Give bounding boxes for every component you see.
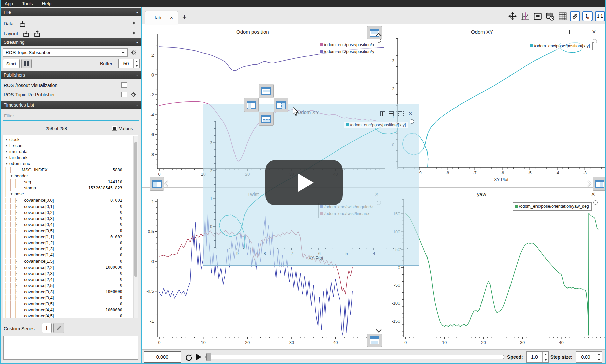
tree-row[interactable]: ││├ covariance[2,4] 0 xyxy=(3,276,138,282)
section-header-publishers[interactable]: Publishers - xyxy=(1,71,141,79)
tree-row[interactable]: ││├ covariance[3,5] 0 xyxy=(3,301,138,307)
tree-row[interactable]: ││├ covariance[0,0] 0.002 xyxy=(3,197,138,203)
tree-row[interactable]: ││├ covariance[1,1] 0.002 xyxy=(3,234,138,240)
tree-row[interactable]: ││├ covariance[0,5] 0 xyxy=(3,228,138,234)
section-header-file[interactable]: File - xyxy=(1,8,141,16)
legend-anchor-circle[interactable] xyxy=(593,39,597,43)
tree-row[interactable]: ││├ covariance[2,3] 0 xyxy=(3,270,138,276)
split-horizontal-icon[interactable] xyxy=(380,111,385,116)
time-offset-button[interactable]: to xyxy=(582,11,593,21)
step-size-spinbox[interactable]: 0,00 xyxy=(576,351,602,363)
loop-icon[interactable] xyxy=(184,353,193,362)
tree-row[interactable]: ▸ f_scan xyxy=(3,142,138,148)
tree-row[interactable]: │ ▾ pose xyxy=(3,191,138,197)
tree-expander-icon[interactable]: ▾ xyxy=(9,192,14,196)
dock-edge-right-indicator[interactable] xyxy=(593,177,606,191)
legend-anchor-circle[interactable] xyxy=(593,200,598,205)
menu-item[interactable]: Tools xyxy=(22,1,33,6)
odom-position-legend[interactable]: /odom_enc/pose/position/x/odom_enc/pose/… xyxy=(318,41,377,56)
tree-row[interactable]: ││├ covariance[0,1] 0 xyxy=(3,203,138,209)
tree-scrollbar[interactable] xyxy=(133,136,138,318)
edit-custom-series-button[interactable] xyxy=(53,323,64,333)
pause-button[interactable] xyxy=(21,59,32,68)
data-expand-arrow-icon[interactable] xyxy=(133,21,135,25)
menu-item[interactable]: Help xyxy=(42,1,52,6)
tree-row[interactable]: ││├ covariance[1,3] 0 xyxy=(3,246,138,252)
collapse-icon[interactable]: - xyxy=(136,39,138,45)
tree-row[interactable]: ││├ covariance[0,4] 0 xyxy=(3,221,138,228)
yaw-plot[interactable]: 010203040150100500-50-100-150 xyxy=(387,187,606,349)
streaming-gear-icon[interactable] xyxy=(130,49,137,56)
tree-row[interactable]: ▸ clock xyxy=(3,136,138,142)
tree-row[interactable]: ││├ seq 144110 xyxy=(3,179,138,185)
collapse-icon[interactable]: - xyxy=(136,72,138,78)
tree-row[interactable]: │├ _MSG_INDEX_ 5880 xyxy=(3,166,138,173)
add-custom-series-button[interactable]: + xyxy=(42,323,52,333)
grid-view-icon[interactable] xyxy=(557,11,568,21)
load-data-icon[interactable] xyxy=(18,20,27,28)
close-plot-icon[interactable]: × xyxy=(408,110,412,117)
tree-row[interactable]: ││├ covariance[0,3] 0 xyxy=(3,215,138,221)
tree-row[interactable]: ▾ odom_enc xyxy=(3,160,138,166)
tree-row[interactable]: ││├ covariance[1,5] 0 xyxy=(3,258,138,264)
speed-spinbox[interactable]: 1,0 xyxy=(526,351,549,363)
rosout-checkbox[interactable] xyxy=(121,82,127,88)
legend-entry[interactable]: /odom_enc/pose/position/[x;y] xyxy=(530,42,590,49)
republisher-gear-icon[interactable] xyxy=(130,91,137,98)
tree-expander-icon[interactable]: ▸ xyxy=(4,150,9,153)
buffer-spinbox[interactable]: 50 xyxy=(118,59,140,68)
streaming-source-select[interactable]: ROS Topic Subscriber xyxy=(3,48,128,57)
legend-entry[interactable]: /odom_enc/pose/position/[x;y] xyxy=(346,123,406,127)
tab-active[interactable]: tab × xyxy=(145,11,178,25)
list-view-icon[interactable] xyxy=(532,11,543,21)
tree-expander-icon[interactable]: ▾ xyxy=(4,162,9,165)
tree-row[interactable]: ││├ covariance[3,3] 1000000 xyxy=(3,289,138,295)
start-button[interactable]: Start xyxy=(3,59,20,68)
collapse-icon[interactable]: - xyxy=(136,102,138,108)
menu-item[interactable]: App xyxy=(5,1,13,6)
tree-row[interactable]: ││└ stamp 1532618545.823 xyxy=(3,185,138,191)
layout-expand-arrow-icon[interactable] xyxy=(133,31,135,35)
add-tab-button[interactable]: + xyxy=(182,13,187,22)
close-plot-icon[interactable]: × xyxy=(591,191,595,198)
tree-row[interactable]: ││├ covariance[2,2] 1000000 xyxy=(3,264,138,270)
dock-right-indicator[interactable] xyxy=(274,98,288,112)
tree-expander-icon[interactable]: ▾ xyxy=(9,174,14,178)
tree-row[interactable]: ││├ covariance[2,5] 0 xyxy=(3,282,138,289)
tab-close-icon[interactable]: × xyxy=(170,14,173,20)
play-button[interactable] xyxy=(196,353,201,361)
tree-expander-icon[interactable]: ▸ xyxy=(4,138,9,141)
close-plot-icon[interactable]: × xyxy=(592,28,596,35)
video-play-button[interactable] xyxy=(265,160,343,205)
legend-entry[interactable]: /odom_enc/pose/orientation/yaw_deg xyxy=(515,203,589,210)
floating-legend[interactable]: /odom_enc/pose/position/[x;y] xyxy=(344,122,408,128)
split-horizontal-icon[interactable] xyxy=(567,30,572,34)
split-vertical-icon[interactable] xyxy=(389,111,394,116)
tree-row[interactable]: ││├ covariance[3,4] 0 xyxy=(3,295,138,301)
timeseries-tree[interactable]: ▸ clock ▸ f_scan ▸ imu_data ▸ landmar xyxy=(3,135,138,318)
fullscreen-icon[interactable] xyxy=(398,111,404,116)
current-time-box[interactable]: 0.000 xyxy=(144,351,181,363)
scrollbar-thumb[interactable] xyxy=(134,142,137,277)
save-layout-icon[interactable] xyxy=(33,30,42,38)
dock-bottom-indicator[interactable] xyxy=(259,112,274,126)
ratio-1-1-button[interactable]: 1:1 xyxy=(595,11,605,21)
tree-expander-icon[interactable]: ▸ xyxy=(4,144,9,147)
values-checkbox[interactable] xyxy=(112,126,117,131)
dock-edge-left-indicator[interactable] xyxy=(150,177,164,191)
link-axes-button[interactable] xyxy=(570,11,580,21)
fullscreen-icon[interactable] xyxy=(583,30,588,34)
dock-edge-bottom-indicator[interactable] xyxy=(367,334,382,347)
spin-arrows[interactable] xyxy=(542,352,548,362)
tree-row[interactable]: ││├ covariance[1,2] 0 xyxy=(3,240,138,246)
yaw-legend[interactable]: /odom_enc/pose/orientation/yaw_deg xyxy=(513,202,592,211)
filter-input[interactable] xyxy=(3,111,139,121)
curve-tracker-icon[interactable] xyxy=(520,11,530,21)
spin-arrows[interactable] xyxy=(133,59,139,68)
tree-row[interactable]: ▸ landmark xyxy=(3,154,138,160)
collapse-icon[interactable]: - xyxy=(136,9,138,15)
split-vertical-icon[interactable] xyxy=(575,30,580,34)
timeline-slider-handle[interactable] xyxy=(206,353,211,361)
odom-xy-legend[interactable]: /odom_enc/pose/position/[x;y] xyxy=(528,42,593,50)
section-header-streaming[interactable]: Streaming - xyxy=(1,38,141,46)
